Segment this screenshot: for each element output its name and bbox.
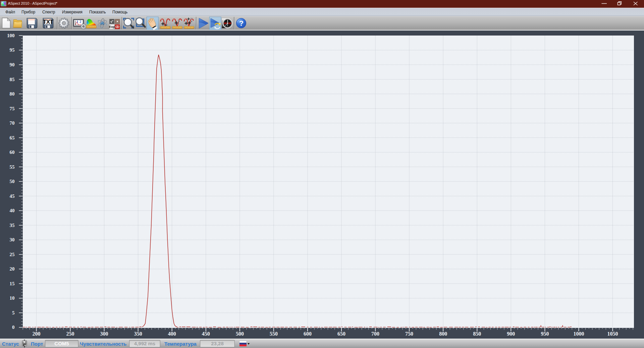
svg-text:400: 400 (168, 331, 176, 337)
svg-text:200: 200 (33, 331, 41, 337)
svg-text:45: 45 (10, 193, 15, 199)
svg-text:250: 250 (66, 331, 74, 337)
svg-text:10: 10 (10, 295, 15, 301)
svg-text:55: 55 (10, 164, 15, 170)
svg-text:40: 40 (10, 208, 15, 213)
svg-text:?: ? (239, 19, 244, 27)
svg-text:350: 350 (134, 331, 142, 337)
svg-text:TXT: TXT (43, 19, 54, 25)
svg-text:650: 650 (337, 331, 345, 337)
svg-text:Exp: Exp (109, 25, 115, 28)
svg-text:850: 850 (473, 331, 481, 337)
svg-text:75: 75 (10, 106, 15, 111)
svg-text:500: 500 (236, 331, 244, 337)
svg-text:35: 35 (10, 223, 15, 228)
svg-text:0: 0 (12, 325, 15, 330)
svg-text:15: 15 (10, 281, 15, 286)
svg-text:65: 65 (10, 135, 15, 140)
svg-text:450: 450 (202, 331, 210, 337)
svg-text:5: 5 (12, 310, 15, 315)
svg-text:90: 90 (10, 62, 15, 67)
svg-text:2: 2 (79, 20, 81, 23)
svg-text:9: 9 (191, 21, 192, 22)
svg-text:1000: 1000 (573, 331, 584, 337)
svg-text:85: 85 (10, 77, 15, 82)
svg-text:25: 25 (10, 252, 15, 257)
svg-text:hv: hv (165, 24, 167, 26)
svg-text:100: 100 (7, 33, 15, 38)
svg-text:60: 60 (10, 150, 15, 155)
svg-text:30: 30 (10, 237, 15, 242)
svg-text:750: 750 (405, 331, 413, 337)
svg-text:95: 95 (10, 47, 15, 53)
svg-text:900: 900 (507, 331, 515, 337)
svg-text:80: 80 (10, 91, 15, 97)
svg-text:20: 20 (10, 266, 15, 272)
svg-text:1: 1 (76, 20, 78, 23)
svg-text:70: 70 (10, 120, 15, 126)
svg-text:550: 550 (270, 331, 278, 337)
svg-text:800: 800 (439, 331, 447, 337)
svg-text:300: 300 (100, 331, 108, 337)
svg-text:950: 950 (541, 331, 549, 337)
svg-text:9: 9 (179, 20, 180, 22)
svg-text:600: 600 (304, 331, 312, 337)
svg-text:1050: 1050 (607, 331, 618, 337)
svg-text:700: 700 (371, 331, 379, 337)
svg-text:50: 50 (10, 179, 15, 184)
